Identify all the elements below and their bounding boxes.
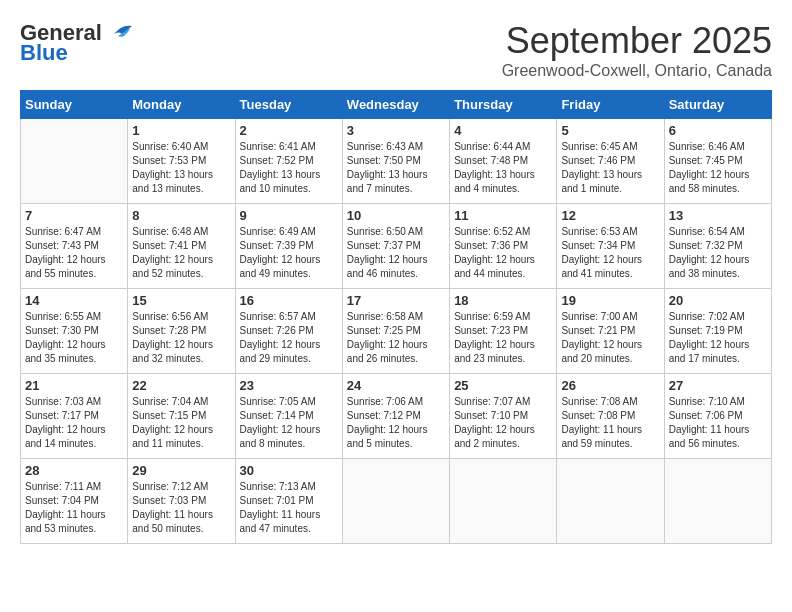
day-info: Sunrise: 7:02 AM Sunset: 7:19 PM Dayligh… bbox=[669, 310, 767, 366]
day-info: Sunrise: 6:57 AM Sunset: 7:26 PM Dayligh… bbox=[240, 310, 338, 366]
day-number: 8 bbox=[132, 208, 230, 223]
calendar-cell: 2Sunrise: 6:41 AM Sunset: 7:52 PM Daylig… bbox=[235, 119, 342, 204]
calendar-cell: 22Sunrise: 7:04 AM Sunset: 7:15 PM Dayli… bbox=[128, 374, 235, 459]
day-info: Sunrise: 7:10 AM Sunset: 7:06 PM Dayligh… bbox=[669, 395, 767, 451]
day-info: Sunrise: 6:44 AM Sunset: 7:48 PM Dayligh… bbox=[454, 140, 552, 196]
day-number: 23 bbox=[240, 378, 338, 393]
day-number: 24 bbox=[347, 378, 445, 393]
calendar-cell: 6Sunrise: 6:46 AM Sunset: 7:45 PM Daylig… bbox=[664, 119, 771, 204]
calendar-cell: 3Sunrise: 6:43 AM Sunset: 7:50 PM Daylig… bbox=[342, 119, 449, 204]
calendar-cell: 21Sunrise: 7:03 AM Sunset: 7:17 PM Dayli… bbox=[21, 374, 128, 459]
day-info: Sunrise: 6:55 AM Sunset: 7:30 PM Dayligh… bbox=[25, 310, 123, 366]
weekday-header-sunday: Sunday bbox=[21, 91, 128, 119]
day-info: Sunrise: 7:03 AM Sunset: 7:17 PM Dayligh… bbox=[25, 395, 123, 451]
logo: General Blue bbox=[20, 20, 136, 66]
day-number: 3 bbox=[347, 123, 445, 138]
day-number: 19 bbox=[561, 293, 659, 308]
calendar-cell: 10Sunrise: 6:50 AM Sunset: 7:37 PM Dayli… bbox=[342, 204, 449, 289]
day-info: Sunrise: 6:52 AM Sunset: 7:36 PM Dayligh… bbox=[454, 225, 552, 281]
day-info: Sunrise: 6:40 AM Sunset: 7:53 PM Dayligh… bbox=[132, 140, 230, 196]
weekday-header-wednesday: Wednesday bbox=[342, 91, 449, 119]
day-info: Sunrise: 6:59 AM Sunset: 7:23 PM Dayligh… bbox=[454, 310, 552, 366]
calendar-cell: 16Sunrise: 6:57 AM Sunset: 7:26 PM Dayli… bbox=[235, 289, 342, 374]
day-number: 26 bbox=[561, 378, 659, 393]
day-info: Sunrise: 7:00 AM Sunset: 7:21 PM Dayligh… bbox=[561, 310, 659, 366]
calendar-cell bbox=[21, 119, 128, 204]
calendar-cell bbox=[557, 459, 664, 544]
day-number: 27 bbox=[669, 378, 767, 393]
calendar-cell: 1Sunrise: 6:40 AM Sunset: 7:53 PM Daylig… bbox=[128, 119, 235, 204]
day-info: Sunrise: 6:45 AM Sunset: 7:46 PM Dayligh… bbox=[561, 140, 659, 196]
day-number: 14 bbox=[25, 293, 123, 308]
weekday-header-thursday: Thursday bbox=[450, 91, 557, 119]
calendar-table: SundayMondayTuesdayWednesdayThursdayFrid… bbox=[20, 90, 772, 544]
week-row-1: 7Sunrise: 6:47 AM Sunset: 7:43 PM Daylig… bbox=[21, 204, 772, 289]
calendar-cell: 5Sunrise: 6:45 AM Sunset: 7:46 PM Daylig… bbox=[557, 119, 664, 204]
day-info: Sunrise: 6:47 AM Sunset: 7:43 PM Dayligh… bbox=[25, 225, 123, 281]
calendar-cell: 25Sunrise: 7:07 AM Sunset: 7:10 PM Dayli… bbox=[450, 374, 557, 459]
logo-bird-icon bbox=[104, 22, 136, 44]
day-number: 4 bbox=[454, 123, 552, 138]
week-row-0: 1Sunrise: 6:40 AM Sunset: 7:53 PM Daylig… bbox=[21, 119, 772, 204]
calendar-cell: 8Sunrise: 6:48 AM Sunset: 7:41 PM Daylig… bbox=[128, 204, 235, 289]
day-number: 29 bbox=[132, 463, 230, 478]
day-info: Sunrise: 6:56 AM Sunset: 7:28 PM Dayligh… bbox=[132, 310, 230, 366]
location-subtitle: Greenwood-Coxwell, Ontario, Canada bbox=[502, 62, 772, 80]
calendar-cell: 29Sunrise: 7:12 AM Sunset: 7:03 PM Dayli… bbox=[128, 459, 235, 544]
day-info: Sunrise: 6:49 AM Sunset: 7:39 PM Dayligh… bbox=[240, 225, 338, 281]
day-info: Sunrise: 7:07 AM Sunset: 7:10 PM Dayligh… bbox=[454, 395, 552, 451]
day-number: 21 bbox=[25, 378, 123, 393]
calendar-cell bbox=[664, 459, 771, 544]
day-number: 9 bbox=[240, 208, 338, 223]
calendar-cell: 11Sunrise: 6:52 AM Sunset: 7:36 PM Dayli… bbox=[450, 204, 557, 289]
day-info: Sunrise: 6:46 AM Sunset: 7:45 PM Dayligh… bbox=[669, 140, 767, 196]
calendar-cell: 12Sunrise: 6:53 AM Sunset: 7:34 PM Dayli… bbox=[557, 204, 664, 289]
day-number: 13 bbox=[669, 208, 767, 223]
day-info: Sunrise: 6:53 AM Sunset: 7:34 PM Dayligh… bbox=[561, 225, 659, 281]
calendar-cell: 18Sunrise: 6:59 AM Sunset: 7:23 PM Dayli… bbox=[450, 289, 557, 374]
day-info: Sunrise: 7:05 AM Sunset: 7:14 PM Dayligh… bbox=[240, 395, 338, 451]
calendar-cell bbox=[342, 459, 449, 544]
day-info: Sunrise: 7:04 AM Sunset: 7:15 PM Dayligh… bbox=[132, 395, 230, 451]
day-number: 1 bbox=[132, 123, 230, 138]
day-info: Sunrise: 7:13 AM Sunset: 7:01 PM Dayligh… bbox=[240, 480, 338, 536]
weekday-header-monday: Monday bbox=[128, 91, 235, 119]
day-number: 6 bbox=[669, 123, 767, 138]
calendar-cell: 17Sunrise: 6:58 AM Sunset: 7:25 PM Dayli… bbox=[342, 289, 449, 374]
day-number: 18 bbox=[454, 293, 552, 308]
day-number: 25 bbox=[454, 378, 552, 393]
weekday-header-tuesday: Tuesday bbox=[235, 91, 342, 119]
day-number: 2 bbox=[240, 123, 338, 138]
week-row-4: 28Sunrise: 7:11 AM Sunset: 7:04 PM Dayli… bbox=[21, 459, 772, 544]
day-number: 10 bbox=[347, 208, 445, 223]
calendar-cell: 9Sunrise: 6:49 AM Sunset: 7:39 PM Daylig… bbox=[235, 204, 342, 289]
calendar-cell: 14Sunrise: 6:55 AM Sunset: 7:30 PM Dayli… bbox=[21, 289, 128, 374]
month-title: September 2025 bbox=[502, 20, 772, 62]
day-number: 16 bbox=[240, 293, 338, 308]
day-number: 17 bbox=[347, 293, 445, 308]
calendar-cell: 24Sunrise: 7:06 AM Sunset: 7:12 PM Dayli… bbox=[342, 374, 449, 459]
day-info: Sunrise: 6:43 AM Sunset: 7:50 PM Dayligh… bbox=[347, 140, 445, 196]
day-number: 30 bbox=[240, 463, 338, 478]
day-info: Sunrise: 6:50 AM Sunset: 7:37 PM Dayligh… bbox=[347, 225, 445, 281]
day-number: 5 bbox=[561, 123, 659, 138]
calendar-cell: 19Sunrise: 7:00 AM Sunset: 7:21 PM Dayli… bbox=[557, 289, 664, 374]
calendar-cell: 28Sunrise: 7:11 AM Sunset: 7:04 PM Dayli… bbox=[21, 459, 128, 544]
day-number: 28 bbox=[25, 463, 123, 478]
calendar-cell bbox=[450, 459, 557, 544]
week-row-3: 21Sunrise: 7:03 AM Sunset: 7:17 PM Dayli… bbox=[21, 374, 772, 459]
day-info: Sunrise: 6:58 AM Sunset: 7:25 PM Dayligh… bbox=[347, 310, 445, 366]
calendar-cell: 26Sunrise: 7:08 AM Sunset: 7:08 PM Dayli… bbox=[557, 374, 664, 459]
day-info: Sunrise: 6:41 AM Sunset: 7:52 PM Dayligh… bbox=[240, 140, 338, 196]
weekday-header-saturday: Saturday bbox=[664, 91, 771, 119]
day-number: 7 bbox=[25, 208, 123, 223]
day-info: Sunrise: 6:48 AM Sunset: 7:41 PM Dayligh… bbox=[132, 225, 230, 281]
day-number: 11 bbox=[454, 208, 552, 223]
week-row-2: 14Sunrise: 6:55 AM Sunset: 7:30 PM Dayli… bbox=[21, 289, 772, 374]
calendar-cell: 13Sunrise: 6:54 AM Sunset: 7:32 PM Dayli… bbox=[664, 204, 771, 289]
calendar-cell: 7Sunrise: 6:47 AM Sunset: 7:43 PM Daylig… bbox=[21, 204, 128, 289]
day-info: Sunrise: 6:54 AM Sunset: 7:32 PM Dayligh… bbox=[669, 225, 767, 281]
day-number: 20 bbox=[669, 293, 767, 308]
day-info: Sunrise: 7:06 AM Sunset: 7:12 PM Dayligh… bbox=[347, 395, 445, 451]
calendar-cell: 20Sunrise: 7:02 AM Sunset: 7:19 PM Dayli… bbox=[664, 289, 771, 374]
